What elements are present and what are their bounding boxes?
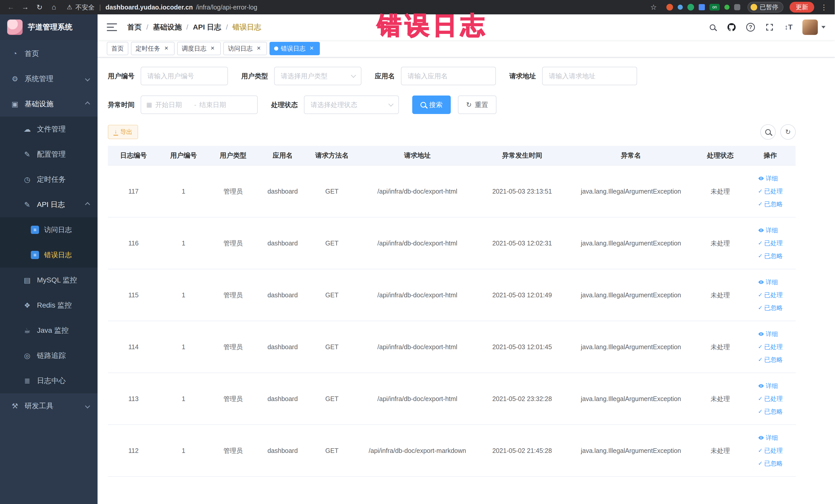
sidebar-item-config-manage[interactable]: ✎配置管理 — [0, 142, 98, 167]
reload-icon[interactable]: ↻ — [34, 3, 45, 12]
address-bar[interactable]: ⚠ 不安全 | dashboard.yudao.iocoder.cn/infra… — [67, 3, 257, 12]
reset-button-label: 重置 — [475, 100, 488, 109]
sidebar-item-system-manage[interactable]: ⚙系统管理 — [0, 66, 98, 92]
view-icon — [758, 383, 764, 389]
tab-close-icon[interactable]: × — [255, 45, 262, 52]
action-已忽略[interactable]: ✓已忽略 — [758, 249, 782, 262]
hamburger-icon[interactable] — [107, 23, 117, 31]
start-date-input[interactable] — [155, 101, 191, 109]
date-range-picker[interactable]: ▦ - — [141, 96, 258, 114]
header-search-button[interactable] — [708, 22, 718, 32]
action-detail[interactable]: 详细 — [758, 224, 778, 237]
filter-process-status: 处理状态 — [271, 96, 399, 114]
sidebar-item-dev-tools[interactable]: ⚒研发工具 — [0, 394, 98, 419]
breadcrumb-item[interactable]: 基础设施 — [153, 22, 182, 32]
action-detail[interactable]: 详细 — [758, 172, 778, 185]
action-已忽略[interactable]: ✓已忽略 — [758, 353, 782, 366]
tab-2[interactable]: 调度日志× — [177, 42, 221, 55]
refresh-table-button[interactable]: ↻ — [780, 124, 796, 140]
breadcrumb-item[interactable]: API 日志 — [193, 22, 221, 32]
paused-chip[interactable]: 已暂停 — [748, 2, 783, 13]
search-button[interactable]: 搜索 — [412, 96, 451, 114]
tab-4[interactable]: 错误日志× — [269, 42, 320, 55]
user-menu[interactable] — [802, 20, 826, 35]
logo-image — [7, 20, 23, 35]
font-size-icon[interactable]: ↕T — [783, 22, 794, 32]
browser-menu-icon[interactable]: ⋮ — [818, 3, 830, 12]
sidebar-item-link-trace[interactable]: ◎链路追踪 — [0, 343, 98, 368]
sidebar-item-log-center[interactable]: ≣日志中心 — [0, 368, 98, 394]
sidebar-item-api-log[interactable]: ✎API 日志 — [0, 192, 98, 217]
action-detail[interactable]: 详细 — [758, 328, 778, 340]
sidebar-item-mysql-monitor[interactable]: ▤MySQL 监控 — [0, 267, 98, 293]
logo[interactable]: 芋道管理系统 — [0, 14, 98, 40]
forward-icon[interactable]: → — [20, 3, 31, 11]
action-已处理[interactable]: ✓已处理 — [758, 185, 782, 198]
cell-user_type: 管理员 — [208, 425, 258, 477]
action-已处理[interactable]: ✓已处理 — [758, 237, 782, 249]
action-detail[interactable]: 详细 — [758, 380, 778, 392]
action-detail[interactable]: 详细 — [758, 276, 778, 288]
log-icon: ✎ — [23, 201, 32, 209]
action-已忽略[interactable]: ✓已忽略 — [758, 301, 782, 314]
user-id-label: 用户编号 — [108, 72, 135, 81]
tab-3[interactable]: 访问日志× — [223, 42, 267, 55]
reset-button[interactable]: ↻ 重置 — [458, 96, 496, 114]
action-已忽略[interactable]: ✓已忽略 — [758, 405, 782, 418]
tab-label: 定时任务 — [136, 44, 160, 53]
ext-on-badge-icon[interactable]: on — [710, 4, 720, 11]
bookmark-star-icon[interactable]: ☆ — [648, 3, 659, 12]
sidebar-item-scheduled-task[interactable]: ◷定时任务 — [0, 167, 98, 192]
column-header: 异常名 — [566, 146, 696, 165]
ext-green-circle-icon[interactable] — [687, 4, 694, 11]
filter-row-1: 用户编号 用户类型 应用名 请求 — [108, 67, 824, 85]
tab-close-icon[interactable]: × — [163, 45, 170, 52]
ext-blue-dot-icon[interactable] — [678, 5, 683, 10]
sidebar-item-file-manage[interactable]: ☁文件管理 — [0, 117, 98, 142]
cell-time: 2021-05-03 12:02:31 — [478, 217, 566, 269]
fullscreen-icon[interactable] — [765, 22, 775, 32]
update-button[interactable]: 更新 — [790, 2, 814, 13]
user-type-select[interactable] — [274, 67, 361, 85]
sidebar-item-infrastructure[interactable]: ▣基础设施 — [0, 92, 98, 117]
sidebar-item-home[interactable]: ◔首页 — [0, 41, 98, 66]
tab-close-icon[interactable]: × — [308, 45, 315, 52]
export-button[interactable]: 导出 — [108, 125, 138, 139]
app-name-input[interactable] — [401, 67, 496, 85]
sidebar-item-access-log[interactable]: ≡访问日志 — [0, 217, 98, 242]
home-icon[interactable]: ⌂ — [48, 3, 60, 11]
action-已忽略[interactable]: ✓已忽略 — [758, 457, 782, 470]
sidebar-item-redis-monitor[interactable]: ❖Redis 监控 — [0, 293, 98, 318]
column-header: 用户类型 — [208, 146, 258, 165]
tab-1[interactable]: 定时任务× — [131, 42, 175, 55]
toggle-search-button[interactable] — [760, 124, 776, 140]
action-detail[interactable]: 详细 — [758, 431, 778, 444]
request-url-input[interactable] — [542, 67, 637, 85]
tab-0[interactable]: 首页 — [107, 42, 128, 55]
process-status-select[interactable] — [304, 96, 399, 114]
ext-blue-grid-icon[interactable] — [699, 4, 705, 10]
back-icon[interactable]: ← — [5, 3, 16, 11]
action-已处理[interactable]: ✓已处理 — [758, 392, 782, 405]
user-id-input[interactable] — [141, 67, 228, 85]
sidebar-item-label: 配置管理 — [37, 149, 66, 159]
action-label: 已处理 — [764, 288, 782, 301]
github-icon[interactable] — [727, 22, 737, 32]
action-已处理[interactable]: ✓已处理 — [758, 340, 782, 353]
action-已处理[interactable]: ✓已处理 — [758, 288, 782, 301]
cell-user_id: 1 — [159, 269, 208, 321]
tab-close-icon[interactable]: × — [209, 45, 216, 52]
cell-log_id: 112 — [108, 425, 159, 477]
ext-dark-square-icon[interactable] — [734, 4, 740, 10]
sidebar-item-java-monitor[interactable]: ☕Java 监控 — [0, 318, 98, 343]
help-icon[interactable]: ? — [746, 22, 756, 32]
clock-icon: ◷ — [23, 175, 32, 184]
cell-status: 未处理 — [696, 217, 745, 269]
ext-green-dot-icon[interactable] — [725, 5, 730, 10]
ext-orange-circle-icon[interactable] — [666, 4, 673, 11]
breadcrumb-item[interactable]: 首页 — [127, 22, 142, 32]
action-已处理[interactable]: ✓已处理 — [758, 444, 782, 457]
sidebar-item-error-log[interactable]: ≡错误日志 — [0, 242, 98, 267]
end-date-input[interactable] — [200, 101, 236, 109]
action-已忽略[interactable]: ✓已忽略 — [758, 198, 782, 210]
